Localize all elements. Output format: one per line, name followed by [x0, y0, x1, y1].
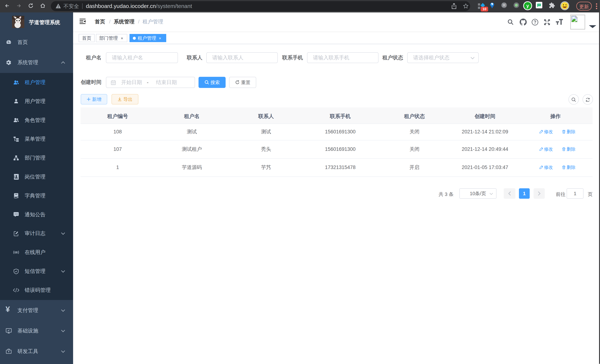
svg-text:y: y — [526, 3, 529, 9]
svg-text:⌘: ⌘ — [502, 3, 506, 7]
